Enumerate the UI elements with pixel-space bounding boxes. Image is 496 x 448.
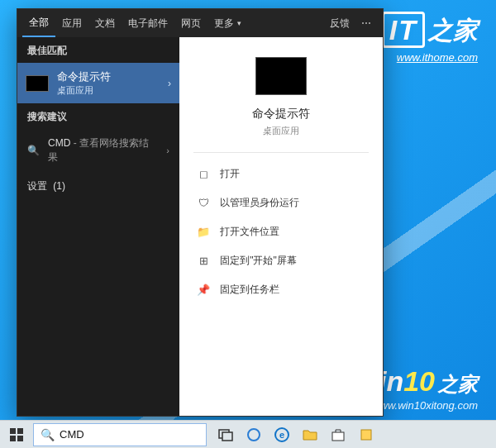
- cmd-thumb-icon: [26, 75, 49, 92]
- app-button[interactable]: [352, 421, 380, 448]
- action-pin-start-label: 固定到"开始"屏幕: [220, 254, 297, 268]
- app-icon: [359, 427, 374, 442]
- start-button[interactable]: [0, 421, 33, 448]
- tab-email[interactable]: 电子邮件: [122, 9, 174, 37]
- more-options-button[interactable]: ⋯: [356, 17, 378, 29]
- svg-rect-0: [10, 428, 16, 434]
- shield-icon: 🛡: [197, 197, 210, 210]
- watermark-ithome: IT 之家 www.ithome.com: [382, 12, 478, 64]
- pin-start-icon: ⊞: [197, 255, 210, 268]
- tab-all[interactable]: 全部: [22, 9, 55, 37]
- taskbar-search-box[interactable]: 🔍: [33, 423, 207, 446]
- search-suggestions-label: 搜索建议: [17, 103, 179, 129]
- file-explorer-button[interactable]: [296, 421, 324, 448]
- zhijia-text: 之家: [438, 371, 478, 398]
- suggestion-term: CMD: [48, 137, 70, 149]
- expand-arrow-icon[interactable]: ›: [168, 78, 171, 89]
- tab-documents[interactable]: 文档: [88, 9, 122, 37]
- cortana-button[interactable]: [240, 421, 268, 448]
- tab-web[interactable]: 网页: [174, 9, 207, 37]
- edge-icon: e: [274, 427, 289, 442]
- results-left-pane: 最佳匹配 命令提示符 桌面应用 › 搜索建议 🔍 CMD - 查看网络搜索结果 …: [17, 37, 179, 416]
- web-suggestion-item[interactable]: 🔍 CMD - 查看网络搜索结果 ›: [17, 129, 179, 172]
- best-match-item[interactable]: 命令提示符 桌面应用 ›: [17, 63, 179, 103]
- edge-button[interactable]: e: [268, 421, 296, 448]
- open-icon: ◻: [197, 168, 210, 181]
- tab-more-label: 更多: [214, 17, 234, 31]
- search-icon: 🔍: [41, 428, 55, 441]
- feedback-link[interactable]: 反馈: [323, 9, 356, 37]
- svg-rect-3: [17, 436, 23, 441]
- tab-apps[interactable]: 应用: [55, 9, 88, 37]
- store-button[interactable]: [324, 421, 352, 448]
- windows-logo-icon: [10, 428, 23, 441]
- best-match-sub: 桌面应用: [57, 84, 160, 97]
- action-run-as-admin[interactable]: 🛡 以管理员身份运行: [193, 190, 369, 216]
- tab-more[interactable]: 更多 ▾: [207, 9, 248, 37]
- divider: [193, 152, 369, 153]
- preview-title: 命令提示符: [252, 107, 310, 122]
- search-input[interactable]: [60, 428, 199, 441]
- search-icon: 🔍: [27, 145, 40, 156]
- action-pin-to-start[interactable]: ⊞ 固定到"开始"屏幕: [193, 248, 369, 274]
- svg-rect-2: [10, 436, 16, 441]
- filter-tabs: 全部 应用 文档 电子邮件 网页 更多 ▾ 反馈 ⋯: [17, 9, 383, 37]
- action-admin-label: 以管理员身份运行: [220, 196, 299, 210]
- pin-taskbar-icon: 📌: [197, 284, 210, 297]
- store-icon: [331, 427, 346, 442]
- svg-point-6: [248, 429, 260, 441]
- chevron-right-icon: ›: [166, 145, 169, 155]
- ithome-it: IT: [382, 12, 425, 48]
- action-location-label: 打开文件位置: [220, 225, 279, 239]
- ten-text: 10: [403, 365, 435, 398]
- svg-rect-8: [361, 430, 371, 440]
- ithome-zhi: 之家: [428, 14, 478, 48]
- preview-pane: 命令提示符 桌面应用 ◻ 打开 🛡 以管理员身份运行 📁 打开文件位置 ⊞: [179, 37, 383, 416]
- cortana-icon: [246, 427, 261, 442]
- action-open-label: 打开: [220, 167, 240, 181]
- settings-group[interactable]: 设置 (1): [17, 172, 179, 201]
- cmd-preview-icon: [255, 57, 307, 95]
- action-pin-taskbar-label: 固定到任务栏: [220, 283, 279, 297]
- search-panel: 全部 应用 文档 电子邮件 网页 更多 ▾ 反馈 ⋯ 最佳匹配 命令提示符 桌面…: [17, 8, 384, 417]
- task-view-icon: [218, 427, 233, 442]
- action-pin-to-taskbar[interactable]: 📌 固定到任务栏: [193, 277, 369, 303]
- svg-rect-7: [332, 432, 344, 441]
- chevron-down-icon: ▾: [237, 19, 241, 27]
- action-open-file-location[interactable]: 📁 打开文件位置: [193, 219, 369, 245]
- ithome-url: www.ithome.com: [382, 51, 478, 64]
- best-match-title: 命令提示符: [57, 69, 160, 84]
- settings-count: (1): [53, 180, 65, 192]
- preview-sub: 桌面应用: [263, 125, 299, 137]
- folder-icon: 📁: [197, 226, 210, 239]
- svg-rect-1: [17, 428, 23, 434]
- taskbar: 🔍 e: [0, 420, 496, 448]
- best-match-label: 最佳匹配: [17, 37, 179, 63]
- action-open[interactable]: ◻ 打开: [193, 161, 369, 187]
- folder-icon: [303, 427, 317, 442]
- svg-rect-5: [222, 432, 232, 441]
- settings-label: 设置: [27, 180, 47, 192]
- task-view-button[interactable]: [212, 421, 240, 448]
